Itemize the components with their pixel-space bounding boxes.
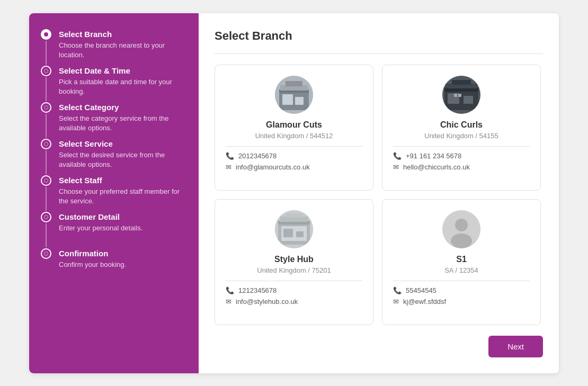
branch-card-s1[interactable]: S1 SA / 12354 📞 55454545 ✉ kj@ewf.sfddsf (382, 199, 541, 325)
branch-name-style-hub: Style Hub (274, 255, 314, 264)
step-desc-7: Confirm your booking. (59, 260, 126, 270)
svg-rect-9 (448, 93, 459, 104)
step-select-category: Select Category Select the category serv… (40, 102, 188, 139)
next-button[interactable]: Next (488, 336, 543, 357)
branch-name-chic-curls: Chic Curls (440, 120, 483, 130)
svg-rect-15 (458, 94, 461, 97)
phone-number-3: 1212345678 (238, 286, 277, 294)
branch-phone-chic-curls: 📞 +91 161 234 5678 (393, 152, 530, 160)
step-content-2: Select Date & Time Pick a suitable date … (59, 66, 188, 102)
step-desc-2: Pick a suitable date and time for your b… (59, 77, 188, 96)
phone-icon-4: 📞 (393, 286, 402, 294)
step-title-1: Select Branch (59, 30, 188, 39)
step-customer-detail: Customer Detail Enter your personal deta… (40, 212, 188, 248)
branch-divider-3 (226, 281, 362, 281)
branch-name-glamour-cuts: Glamour Cuts (266, 120, 322, 130)
branch-phone-style-hub: 📞 1212345678 (226, 286, 362, 294)
step-select-service: Select Service Select the desired servic… (40, 139, 188, 175)
title-divider (215, 53, 543, 54)
step-title-2: Select Date & Time (59, 66, 188, 75)
step-line-6 (46, 223, 47, 247)
step-select-staff: Select Staff Choose your preferred staff… (40, 175, 188, 212)
email-icon: ✉ (226, 163, 231, 171)
step-dot-inner-7 (44, 252, 48, 256)
branch-avatar-glamour-cuts (275, 76, 313, 114)
step-dot-inner-1 (44, 32, 48, 37)
branch-divider-2 (393, 146, 530, 147)
email-address-4: kj@ewf.sfddsf (403, 298, 446, 306)
step-indicator-5 (40, 175, 52, 212)
svg-rect-2 (282, 94, 293, 105)
step-dot-3 (41, 102, 51, 113)
step-line-3 (46, 114, 47, 138)
step-dot-5 (41, 175, 51, 186)
phone-number: 2012345678 (238, 152, 277, 160)
svg-rect-19 (283, 229, 293, 237)
step-content-5: Select Staff Choose your preferred staff… (59, 175, 188, 211)
step-indicator-7 (40, 248, 52, 259)
step-select-datetime: Select Date & Time Pick a suitable date … (40, 66, 188, 102)
branch-avatar-chic-curls (442, 76, 480, 114)
page-title: Select Branch (215, 29, 543, 43)
svg-rect-13 (452, 80, 471, 85)
branch-avatar-s1 (442, 210, 480, 248)
step-dot-inner-4 (44, 142, 48, 146)
branch-name-s1: S1 (456, 255, 467, 264)
step-dot-7 (41, 248, 51, 259)
branch-contact-chic-curls: 📞 +91 161 234 5678 ✉ hello@chiccurls.co.… (393, 152, 530, 171)
email-icon-4: ✉ (393, 298, 399, 306)
step-dot-inner-3 (44, 105, 48, 110)
branch-card-chic-curls[interactable]: Chic Curls United Kingdom / 54155 📞 +91 … (382, 65, 541, 191)
branch-location-s1: SA / 12354 (444, 266, 478, 274)
branch-location-glamour-cuts: United Kingdom / 544512 (255, 132, 333, 140)
step-title-7: Confirmation (59, 249, 126, 258)
step-dot-6 (41, 212, 51, 222)
branch-contact-glamour-cuts: 📞 2012345678 ✉ info@glamourcuts.co.uk (226, 152, 362, 171)
svg-point-25 (455, 219, 468, 231)
branch-avatar-style-hub (275, 210, 313, 248)
step-desc-6: Enter your personal details. (59, 223, 142, 233)
step-desc-5: Choose your preferred staff member for t… (59, 187, 188, 206)
step-confirmation: Confirmation Confirm your booking. (40, 248, 188, 275)
step-dot-inner-5 (44, 178, 48, 183)
branch-email-style-hub: ✉ info@stylehub.co.uk (226, 298, 362, 306)
branch-phone-glamour-cuts: 📞 2012345678 (226, 152, 362, 160)
svg-rect-23 (286, 213, 302, 218)
branch-phone-s1: 📞 55454545 (393, 286, 530, 294)
step-desc-3: Select the category service from the ava… (59, 114, 188, 133)
step-content-4: Select Service Select the desired servic… (59, 139, 188, 175)
branch-contact-s1: 📞 55454545 ✉ kj@ewf.sfddsf (393, 286, 530, 306)
branch-divider-1 (226, 146, 362, 147)
branch-contact-style-hub: 📞 1212345678 ✉ info@stylehub.co.uk (226, 286, 362, 306)
branch-divider-4 (393, 281, 530, 281)
step-title-3: Select Category (59, 103, 188, 112)
step-line-2 (46, 77, 47, 101)
main-content: Select Branch Glamour Cuts (199, 13, 559, 373)
footer: Next (215, 336, 543, 357)
step-desc-4: Select the desired service from the avai… (59, 150, 188, 169)
branch-location-style-hub: United Kingdom / 75201 (257, 266, 331, 274)
branch-email-s1: ✉ kj@ewf.sfddsf (393, 298, 530, 306)
svg-rect-10 (464, 96, 473, 104)
step-desc-1: Choose the branch nearest to your locati… (59, 41, 188, 60)
email-address: info@glamourcuts.co.uk (236, 163, 310, 171)
branch-card-glamour-cuts[interactable]: Glamour Cuts United Kingdom / 544512 📞 2… (215, 65, 373, 191)
phone-number-4: 55454545 (406, 286, 436, 294)
phone-number-2: +91 161 234 5678 (406, 152, 461, 160)
step-line-5 (46, 187, 47, 211)
step-title-5: Select Staff (59, 176, 188, 185)
step-dot-1 (41, 29, 51, 40)
branch-card-style-hub[interactable]: Style Hub United Kingdom / 75201 📞 12123… (215, 199, 373, 325)
step-dot-4 (41, 139, 51, 149)
svg-rect-6 (286, 81, 302, 86)
step-dot-inner-6 (44, 215, 48, 219)
step-content-7: Confirmation Confirm your booking. (59, 248, 126, 275)
step-indicator-3 (40, 102, 52, 139)
step-indicator-1 (40, 29, 52, 66)
step-indicator-6 (40, 212, 52, 248)
email-icon-2: ✉ (393, 163, 399, 171)
step-indicator-2 (40, 66, 52, 102)
step-line-1 (46, 41, 47, 65)
app-container: Select Branch Choose the branch nearest … (29, 13, 559, 373)
phone-icon: 📞 (226, 152, 234, 160)
